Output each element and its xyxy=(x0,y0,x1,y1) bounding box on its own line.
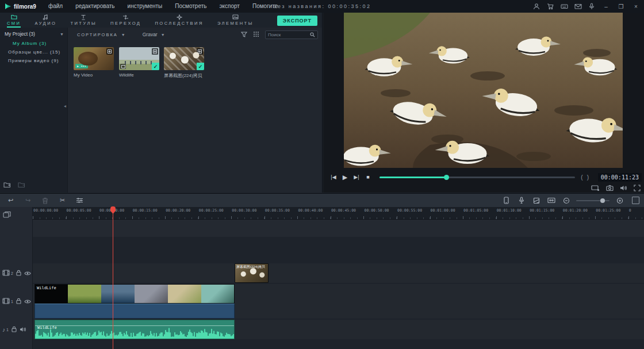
restore-button[interactable]: ❐ xyxy=(615,2,627,11)
tab-transitions[interactable]: ПЕРЕХОД xyxy=(110,13,141,28)
play-button[interactable]: ▶ xyxy=(339,172,351,182)
next-frame-button[interactable]: ▶| xyxy=(351,172,362,182)
zoom-out-icon[interactable] xyxy=(561,195,571,205)
lock-icon[interactable] xyxy=(16,296,21,306)
preset-label: Gravar xyxy=(143,32,158,37)
previous-frame-button[interactable]: |◀ xyxy=(328,172,339,182)
media-item-screenshot[interactable]: ✓ 屏幕截图(224)拷贝 xyxy=(164,47,204,79)
video-track-2-lane[interactable] xyxy=(0,263,644,283)
tab-effects[interactable]: ПОСЛЕДСТВИЯ xyxy=(155,13,203,28)
search-box xyxy=(265,30,318,39)
menu-file[interactable]: файл xyxy=(42,0,69,13)
export-button[interactable]: ЭКСПОРТ xyxy=(277,16,317,26)
ruler-segment: 00:01:15:00 xyxy=(529,207,562,220)
search-icon[interactable] xyxy=(310,29,315,40)
manage-tracks-icon[interactable] xyxy=(3,210,11,220)
undo-icon[interactable]: ↩ xyxy=(6,195,16,205)
timeline-zoom-slider[interactable] xyxy=(576,200,610,201)
playhead[interactable] xyxy=(113,207,113,349)
library-root[interactable]: My Project (3) ▼ xyxy=(0,28,67,39)
tab-titles[interactable]: ТИТУЛЫ xyxy=(70,13,97,28)
timeline-clip-audio[interactable]: WildLife xyxy=(34,320,235,339)
device-record-icon[interactable] xyxy=(501,195,511,205)
ruler-segment: 0 xyxy=(628,207,644,220)
filter-icon[interactable] xyxy=(241,29,247,40)
clip-thumbnail xyxy=(201,285,234,303)
close-button[interactable]: × xyxy=(630,2,642,11)
transition-arrows-icon xyxy=(122,14,129,20)
mark-in-icon[interactable]: ( xyxy=(581,174,582,181)
clip-thumbnail xyxy=(101,285,135,303)
seek-bar[interactable] xyxy=(379,177,575,178)
split-scissors-icon[interactable]: ✂ xyxy=(57,195,67,205)
render-preview-icon[interactable] xyxy=(531,195,541,205)
film-frame-icon[interactable] xyxy=(546,195,556,205)
remove-folder-icon[interactable] xyxy=(18,180,25,190)
media-item-my-video[interactable]: ▸ ▪▪▪ My Video xyxy=(74,47,114,78)
track-number: 1 xyxy=(6,328,9,332)
mark-out-icon[interactable]: ) xyxy=(587,174,589,181)
volume-icon[interactable] xyxy=(620,183,627,194)
search-input[interactable] xyxy=(268,32,310,37)
voiceover-mic-icon[interactable] xyxy=(516,195,526,205)
track-number: 2 xyxy=(11,271,13,275)
fit-timeline-icon[interactable] xyxy=(632,197,639,204)
tab-label: ПОСЛЕДСТВИЯ xyxy=(155,21,203,26)
speaker-mute-icon[interactable] xyxy=(20,324,26,335)
library-item-my-album[interactable]: My Album (3) xyxy=(0,39,67,48)
zoom-slider-handle[interactable] xyxy=(600,198,605,203)
video-track-icon xyxy=(2,296,10,306)
eye-visibility-icon[interactable] xyxy=(24,296,31,306)
tab-media[interactable]: СМИ xyxy=(7,13,21,28)
clip-thumbnail xyxy=(135,285,168,303)
tab-elements[interactable]: ЭЛЕМЕНТЫ xyxy=(217,13,254,28)
lock-icon[interactable] xyxy=(12,324,17,335)
minimize-button[interactable]: – xyxy=(600,2,612,11)
menu-view[interactable]: Посмотреть xyxy=(168,0,213,13)
timeline-clip-video[interactable]: WildLife xyxy=(34,284,235,304)
seek-handle[interactable] xyxy=(444,175,449,180)
video-preview[interactable] xyxy=(344,13,623,168)
in-timeline-check-icon: ✓ xyxy=(152,63,159,70)
fullscreen-icon[interactable] xyxy=(634,183,641,194)
snapshot-camera-icon[interactable] xyxy=(606,183,614,194)
media-thumbnail: ✓ xyxy=(164,47,204,70)
chevron-down-icon: ▼ xyxy=(60,32,64,36)
redo-icon[interactable]: ↪ xyxy=(23,195,33,205)
account-icon[interactable] xyxy=(531,2,542,11)
chevron-down-icon: ▼ xyxy=(121,33,126,37)
tab-audio[interactable]: АУДИО xyxy=(34,13,56,28)
menu-edit[interactable]: редактировать xyxy=(69,0,121,13)
menu-export[interactable]: экспорт xyxy=(213,0,246,13)
mail-icon[interactable] xyxy=(573,2,583,11)
fit-icon xyxy=(106,48,113,55)
media-name: Wildlife xyxy=(119,72,159,78)
add-folder-icon[interactable] xyxy=(3,180,11,190)
timeline-clip-overlay[interactable]: 屏幕截图(224)拷贝 xyxy=(235,263,269,283)
media-item-wildlife[interactable]: ✓ Wildlife xyxy=(119,47,159,78)
lock-icon[interactable] xyxy=(16,268,21,278)
clip-thumbnail: WildLife xyxy=(35,285,68,303)
sort-dropdown[interactable]: Сортировка▼ xyxy=(77,32,126,37)
menu-tools[interactable]: инструменты xyxy=(121,0,169,13)
timeline-clip-video-audio-band[interactable] xyxy=(34,304,235,319)
zoom-in-icon[interactable] xyxy=(615,195,624,205)
library-item-sample-videos[interactable]: Примеры видео (9) xyxy=(0,56,67,65)
sidebar-collapse-icon[interactable]: ◂ xyxy=(64,103,66,109)
store-cart-icon[interactable] xyxy=(545,2,555,11)
timeline-ruler[interactable]: 00:00:00:0000:00:05:0000:00:10:0000:00:1… xyxy=(33,207,644,220)
chevron-down-icon: ▼ xyxy=(161,33,165,37)
ruler-segment: 00:01:25:00 xyxy=(595,207,628,220)
stop-button[interactable]: ■ xyxy=(362,172,374,182)
microphone-icon[interactable] xyxy=(586,2,597,11)
grid-view-icon[interactable] xyxy=(253,29,259,40)
tab-label: АУДИО xyxy=(34,21,56,26)
eye-visibility-icon[interactable] xyxy=(24,268,31,278)
display-settings-icon[interactable] xyxy=(591,183,600,194)
advanced-tools-icon[interactable] xyxy=(75,195,85,205)
filmora-window: filmora9 файл редактировать инструменты … xyxy=(0,0,644,349)
keyboard-icon[interactable] xyxy=(559,2,569,11)
library-item-sample-colors[interactable]: Образцы цве... (15) xyxy=(0,48,67,56)
preset-dropdown[interactable]: Gravar▼ xyxy=(143,32,165,37)
delete-icon[interactable] xyxy=(40,195,50,205)
